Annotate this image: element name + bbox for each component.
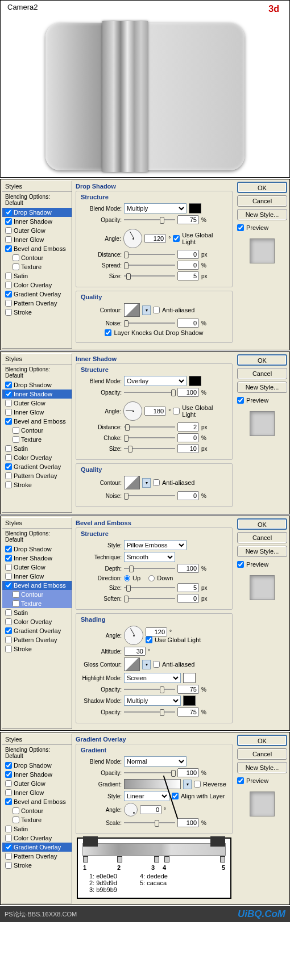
ok-button[interactable]: OK xyxy=(237,735,287,746)
opt-inner-shadow[interactable]: Inner Shadow xyxy=(2,217,72,226)
color-stop-5[interactable] xyxy=(220,856,225,862)
highlight-color[interactable] xyxy=(183,673,196,683)
distance-input[interactable] xyxy=(177,422,199,432)
blending-options[interactable]: Blending Options: Default xyxy=(2,192,72,208)
distance-slider[interactable] xyxy=(124,423,175,431)
opt-outer-glow[interactable]: Outer Glow xyxy=(2,563,72,572)
opt-satin[interactable]: Satin xyxy=(2,444,72,453)
preview-check[interactable] xyxy=(237,561,244,568)
noise-slider[interactable] xyxy=(124,492,175,500)
gradient-picker[interactable] xyxy=(124,779,181,789)
chevron-down-icon[interactable]: ▾ xyxy=(183,780,192,789)
size-input[interactable] xyxy=(177,271,199,280)
angle-input[interactable] xyxy=(140,805,161,814)
opt-contour[interactable]: Contour xyxy=(2,426,72,435)
new-style-button[interactable]: New Style... xyxy=(237,209,287,220)
opt-drop-shadow[interactable]: Drop Shadow xyxy=(2,380,72,390)
s-opacity-input[interactable] xyxy=(177,707,199,717)
preview-check[interactable] xyxy=(237,224,244,231)
global-light-check[interactable] xyxy=(173,235,180,242)
distance-slider[interactable] xyxy=(124,250,175,258)
styles-header[interactable]: Styles xyxy=(2,181,72,192)
size-slider[interactable] xyxy=(124,584,175,592)
ok-button[interactable]: OK xyxy=(237,518,287,530)
opt-inner-glow[interactable]: Inner Glow xyxy=(2,572,72,581)
depth-slider[interactable] xyxy=(124,564,175,572)
contour-picker[interactable] xyxy=(124,303,140,317)
anti-alias-check[interactable] xyxy=(153,307,160,313)
cancel-button[interactable]: Cancel xyxy=(237,748,287,760)
angle-dial[interactable] xyxy=(123,229,142,248)
opt-satin[interactable]: Satin xyxy=(2,271,72,280)
soften-input[interactable] xyxy=(177,594,199,603)
color-stop-4[interactable] xyxy=(164,856,169,862)
opt-inner-glow[interactable]: Inner Glow xyxy=(2,788,72,797)
opt-inner-shadow[interactable]: Inner Shadow xyxy=(2,390,72,399)
opacity-slider[interactable] xyxy=(124,769,175,777)
chevron-down-icon[interactable]: ▾ xyxy=(142,305,151,315)
ok-button[interactable]: OK xyxy=(237,182,287,193)
size-slider[interactable] xyxy=(124,272,175,280)
opt-bevel[interactable]: Bevel and Emboss xyxy=(2,244,72,253)
opacity-input[interactable] xyxy=(177,215,199,224)
h-opacity-input[interactable] xyxy=(177,685,199,694)
opacity-slider[interactable] xyxy=(124,388,175,396)
highlight-mode-select[interactable]: Screen xyxy=(124,673,181,683)
color-swatch[interactable] xyxy=(189,203,201,213)
cancel-button[interactable]: Cancel xyxy=(237,195,287,207)
spread-input[interactable] xyxy=(177,261,199,270)
gloss-contour-picker[interactable] xyxy=(124,657,140,671)
s-opacity-slider[interactable] xyxy=(124,708,175,716)
opt-texture[interactable]: Texture xyxy=(2,815,72,824)
angle-dial[interactable] xyxy=(124,803,138,816)
opt-drop-shadow[interactable]: Drop Shadow xyxy=(2,208,72,217)
altitude-input[interactable] xyxy=(124,647,146,656)
align-check[interactable] xyxy=(172,793,179,799)
global-light-check[interactable] xyxy=(146,636,152,643)
choke-slider[interactable] xyxy=(124,434,175,442)
opt-color-overlay[interactable]: Color Overlay xyxy=(2,617,72,626)
opt-color-overlay[interactable]: Color Overlay xyxy=(2,280,72,290)
knockout-check[interactable] xyxy=(105,329,111,336)
size-input[interactable] xyxy=(177,583,199,592)
opt-gradient-overlay[interactable]: Gradient Overlay xyxy=(2,843,72,852)
opt-contour[interactable]: Contour xyxy=(2,806,72,815)
scale-input[interactable] xyxy=(177,818,199,827)
opt-bevel[interactable]: Bevel and Emboss xyxy=(2,797,72,806)
opt-pattern-overlay[interactable]: Pattern Overlay xyxy=(2,635,72,644)
gradient-bar[interactable]: 1 2 3 4 5 xyxy=(82,843,226,856)
opt-color-overlay[interactable]: Color Overlay xyxy=(2,834,72,843)
new-style-button[interactable]: New Style... xyxy=(237,546,287,557)
opt-pattern-overlay[interactable]: Pattern Overlay xyxy=(2,471,72,480)
opt-stroke[interactable]: Stroke xyxy=(2,480,72,489)
angle-input[interactable] xyxy=(146,627,167,636)
opt-outer-glow[interactable]: Outer Glow xyxy=(2,399,72,408)
grad-style-select[interactable]: Linear xyxy=(124,791,169,801)
anti-alias-check[interactable] xyxy=(153,661,160,668)
preview-check[interactable] xyxy=(237,397,244,404)
opt-pattern-overlay[interactable]: Pattern Overlay xyxy=(2,852,72,861)
h-opacity-slider[interactable] xyxy=(124,685,175,693)
opt-stroke[interactable]: Stroke xyxy=(2,644,72,654)
scale-slider[interactable] xyxy=(124,819,175,827)
new-style-button[interactable]: New Style... xyxy=(237,382,287,393)
opacity-stop[interactable] xyxy=(210,836,225,847)
contour-picker[interactable] xyxy=(124,476,140,489)
direction-down[interactable] xyxy=(148,575,155,581)
opt-outer-glow[interactable]: Outer Glow xyxy=(2,226,72,235)
opt-inner-shadow[interactable]: Inner Shadow xyxy=(2,770,72,779)
opt-stroke[interactable]: Stroke xyxy=(2,308,72,317)
opt-texture[interactable]: Texture xyxy=(2,435,72,444)
opacity-input[interactable] xyxy=(177,388,199,397)
size-slider[interactable] xyxy=(124,445,175,453)
shadow-color[interactable] xyxy=(183,696,196,706)
opt-gradient-overlay[interactable]: Gradient Overlay xyxy=(2,626,72,635)
reverse-check[interactable] xyxy=(194,781,201,788)
opt-color-overlay[interactable]: Color Overlay xyxy=(2,453,72,462)
blend-mode-select[interactable]: Overlay xyxy=(124,376,187,386)
opacity-input[interactable] xyxy=(177,768,199,777)
opt-satin[interactable]: Satin xyxy=(2,608,72,617)
direction-up[interactable] xyxy=(124,575,130,581)
opt-contour[interactable]: Contour xyxy=(2,590,72,599)
distance-input[interactable] xyxy=(177,250,199,259)
